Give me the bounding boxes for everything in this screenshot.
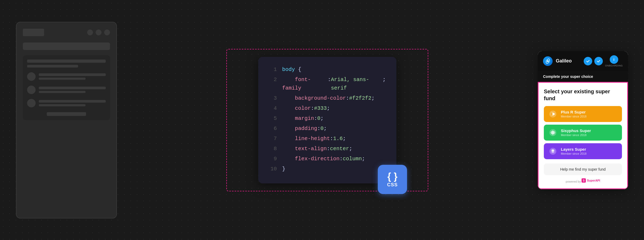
powered-by-text: powered by — [566, 180, 581, 183]
fund-icon-plus-r — [548, 109, 558, 119]
fund-name-sisyphus: Sisyphus Super — [561, 128, 618, 133]
main-container: 1 body { 2 font-family: Arial, sans-seri… — [0, 0, 644, 240]
wireframe-line-1a — [39, 73, 106, 76]
wireframe-line-1b — [39, 78, 86, 80]
fund-since-plus-r: Member since 2018 — [561, 115, 618, 118]
wireframe-logo — [23, 29, 44, 36]
fund-card-layers[interactable]: Layers Super Member since 2018 — [544, 143, 622, 159]
line-num-4: 4 — [269, 104, 277, 113]
line-num-1: 1 — [269, 65, 277, 74]
code-line-3: 3 background-color: #f2f2f2; — [269, 94, 386, 103]
fund-name-plus-r: Plus R Super — [561, 110, 618, 114]
wireframe-line-3a — [39, 100, 106, 103]
wireframe-line-2b — [39, 91, 86, 93]
css-badge-icon: { } — [387, 171, 397, 182]
wireframe-avatar-2 — [27, 86, 36, 94]
line-num-2: 2 — [269, 75, 277, 84]
fund-card-sisyphus[interactable]: Sisyphus Super Member since 2018 — [544, 125, 622, 141]
code-line-7: 7 line-height: 1.6; — [269, 134, 386, 143]
line-num-5: 5 — [269, 114, 277, 123]
right-panel-widget: Galileo i ONBOARDING — [538, 51, 628, 189]
wireframe-avatar-1 — [27, 72, 36, 81]
superapi-icon: S — [582, 178, 586, 183]
wireframe-item-2 — [27, 86, 106, 94]
widget-body: Select your existing super fund Plus R S… — [538, 82, 628, 189]
fund-name-layers: Layers Super — [561, 147, 618, 151]
svg-point-4 — [551, 113, 553, 115]
superapi-brand: S SuperAPI — [582, 178, 600, 183]
wireframe-bar-half — [27, 65, 78, 68]
onboarding-label: ONBOARDING — [605, 64, 623, 67]
galileo-app-name: Galileo — [556, 58, 581, 64]
wireframe-search-bar — [23, 43, 110, 50]
line-num-6: 6 — [269, 124, 277, 133]
wireframe-item-1 — [27, 72, 106, 81]
wireframe-bar-full — [27, 60, 106, 63]
line-num-3: 3 — [269, 94, 277, 103]
galileo-logo — [543, 56, 553, 66]
css-badge: { } CSS — [378, 165, 407, 194]
fund-card-plus-r[interactable]: Plus R Super Member since 2018 — [544, 106, 622, 122]
center-code-panel: 1 body { 2 font-family: Arial, sans-seri… — [117, 57, 538, 183]
onboarding-badge: i ONBOARDING — [605, 55, 623, 67]
code-line-9: 9 flex-direction: column; — [269, 155, 386, 163]
wireframe-line-2a — [39, 87, 106, 89]
fund-icon-layers — [548, 146, 558, 156]
fund-info-layers: Layers Super Member since 2018 — [561, 147, 618, 155]
code-line-8: 8 text-align: center; — [269, 145, 386, 153]
fund-info-sisyphus: Sisyphus Super Member since 2018 — [561, 128, 618, 137]
svg-point-2 — [547, 60, 549, 62]
code-keyword-body: body — [282, 65, 295, 74]
code-line-4: 4 color: #333; — [269, 104, 386, 113]
header-icons: i ONBOARDING — [584, 55, 623, 67]
css-badge-label: CSS — [387, 182, 398, 188]
code-line-6: 6 padding: 0; — [269, 124, 386, 133]
line-num-7: 7 — [269, 134, 277, 143]
help-find-fund-button[interactable]: Help me find my super fund — [544, 163, 622, 175]
wireframe-avatar-3 — [27, 99, 36, 107]
powered-by: powered by S SuperAPI — [544, 178, 622, 183]
code-line-2: 2 font-family: Arial, sans-serif; — [269, 75, 386, 92]
check-icon-2 — [594, 57, 603, 65]
code-line-5: 5 margin: 0; — [269, 114, 386, 123]
superapi-label: SuperAPI — [587, 179, 600, 182]
wireframe-content — [23, 55, 110, 120]
onboarding-icon: i — [610, 55, 618, 64]
fund-since-layers: Member since 2018 — [561, 152, 618, 155]
check-icon-1 — [584, 57, 592, 65]
code-line-10: 10 } — [269, 165, 386, 173]
wireframe-circle-2 — [96, 30, 101, 35]
code-card: 1 body { 2 font-family: Arial, sans-seri… — [258, 57, 396, 183]
line-num-9: 9 — [269, 155, 277, 163]
svg-text:S: S — [583, 179, 585, 182]
wireframe-line-3b — [39, 104, 86, 106]
line-num-10: 10 — [269, 165, 277, 173]
code-line-1: 1 body { — [269, 65, 386, 74]
wireframe-top-bar — [23, 29, 110, 36]
wireframe-lines-2 — [39, 87, 106, 93]
fund-icon-sisyphus — [548, 128, 558, 137]
widget-header: Galileo i ONBOARDING — [538, 51, 628, 71]
fund-info-plus-r: Plus R Super Member since 2018 — [561, 110, 618, 118]
wireframe-lines-3 — [39, 100, 106, 106]
line-num-8: 8 — [269, 145, 277, 153]
wireframe-lines-1 — [39, 73, 106, 80]
widget-subtitle: Complete your super choice — [538, 71, 628, 82]
widget-body-title: Select your existing super fund — [544, 88, 622, 102]
wireframe-nav-circles — [87, 30, 110, 35]
wireframe-item-3 — [27, 99, 106, 107]
left-panel-wireframe — [16, 22, 117, 218]
wireframe-bottom-bar — [47, 112, 86, 116]
fund-since-sisyphus: Member since 2018 — [561, 133, 618, 137]
wireframe-circle-1 — [87, 30, 93, 35]
wireframe-circle-3 — [104, 30, 110, 35]
galileo-logo-icon — [545, 58, 551, 64]
wireframe-row-1 — [27, 60, 106, 68]
